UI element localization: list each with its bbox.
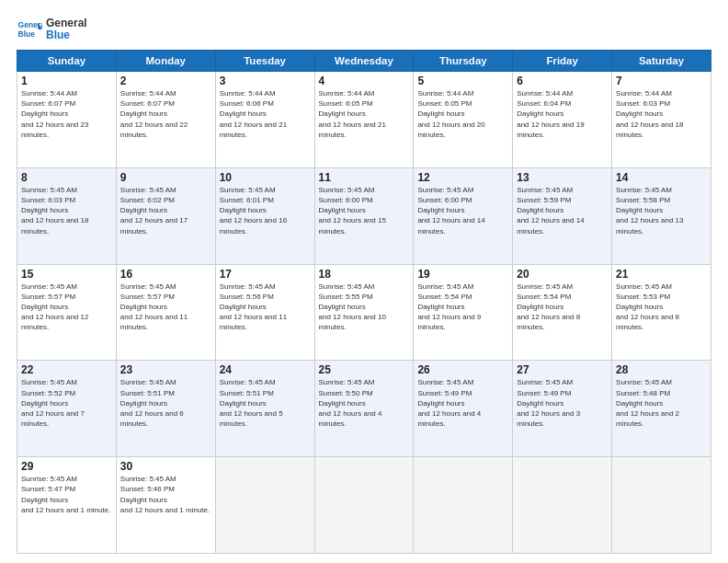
day-info: Sunrise: 5:45 AMSunset: 5:58 PMDaylight … (616, 185, 707, 236)
day-info: Sunrise: 5:45 AMSunset: 5:55 PMDaylight … (319, 282, 410, 333)
day-info: Sunrise: 5:45 AMSunset: 5:49 PMDaylight … (517, 377, 608, 429)
day-number: 18 (319, 268, 410, 281)
empty-cell (215, 457, 314, 554)
day-cell-27: 27 Sunrise: 5:45 AMSunset: 5:49 PMDaylig… (513, 361, 612, 457)
day-number: 7 (616, 75, 707, 87)
day-cell-17: 17 Sunrise: 5:45 AMSunset: 5:56 PMDaylig… (215, 264, 314, 361)
day-info: Sunrise: 5:45 AMSunset: 5:52 PMDaylight … (21, 377, 112, 429)
col-sunday: Sunday (17, 51, 117, 72)
day-cell-9: 9 Sunrise: 5:45 AMSunset: 6:02 PMDayligh… (116, 167, 215, 264)
day-info: Sunrise: 5:45 AMSunset: 6:01 PMDaylight … (220, 185, 311, 236)
logo: General Blue General Blue (17, 17, 87, 42)
week-row-2: 8 Sunrise: 5:45 AMSunset: 6:03 PMDayligh… (17, 167, 711, 264)
day-number: 27 (517, 363, 608, 376)
day-info: Sunrise: 5:44 AMSunset: 6:03 PMDaylight … (616, 88, 707, 140)
day-cell-20: 20 Sunrise: 5:45 AMSunset: 5:54 PMDaylig… (513, 264, 612, 361)
day-info: Sunrise: 5:44 AMSunset: 6:05 PMDaylight … (417, 88, 508, 140)
day-cell-10: 10 Sunrise: 5:45 AMSunset: 6:01 PMDaylig… (215, 167, 314, 264)
empty-cell (513, 457, 612, 554)
day-info: Sunrise: 5:45 AMSunset: 5:53 PMDaylight … (616, 282, 707, 333)
day-cell-12: 12 Sunrise: 5:45 AMSunset: 6:00 PMDaylig… (414, 167, 513, 264)
day-number: 16 (120, 268, 211, 281)
day-cell-13: 13 Sunrise: 5:45 AMSunset: 5:59 PMDaylig… (513, 167, 612, 264)
day-number: 10 (220, 171, 311, 184)
day-number: 5 (417, 75, 508, 87)
day-number: 9 (120, 171, 211, 184)
logo-icon: General Blue (17, 17, 42, 42)
day-cell-23: 23 Sunrise: 5:45 AMSunset: 5:51 PMDaylig… (116, 361, 215, 457)
day-number: 21 (616, 268, 707, 281)
day-number: 13 (517, 171, 608, 184)
col-wednesday: Wednesday (314, 51, 414, 72)
day-cell-29: 29 Sunrise: 5:45 AMSunset: 5:47 PMDaylig… (17, 457, 117, 554)
empty-cell (314, 457, 414, 554)
col-monday: Monday (116, 51, 215, 72)
day-info: Sunrise: 5:45 AMSunset: 6:00 PMDaylight … (417, 185, 508, 236)
day-cell-5: 5 Sunrise: 5:44 AMSunset: 6:05 PMDayligh… (414, 72, 513, 168)
calendar-table: Sunday Monday Tuesday Wednesday Thursday… (17, 50, 711, 554)
day-number: 17 (220, 268, 311, 281)
day-info: Sunrise: 5:45 AMSunset: 5:47 PMDaylight … (21, 474, 112, 515)
day-info: Sunrise: 5:44 AMSunset: 6:05 PMDaylight … (319, 88, 410, 140)
header: General Blue General Blue (17, 17, 711, 42)
day-number: 6 (517, 75, 608, 87)
day-number: 25 (319, 363, 410, 376)
day-info: Sunrise: 5:45 AMSunset: 6:00 PMDaylight … (319, 185, 410, 236)
day-cell-28: 28 Sunrise: 5:45 AMSunset: 5:48 PMDaylig… (612, 361, 711, 457)
day-cell-26: 26 Sunrise: 5:45 AMSunset: 5:49 PMDaylig… (414, 361, 513, 457)
day-info: Sunrise: 5:45 AMSunset: 5:51 PMDaylight … (120, 377, 211, 429)
day-number: 11 (319, 171, 410, 184)
day-cell-3: 3 Sunrise: 5:44 AMSunset: 6:06 PMDayligh… (215, 72, 314, 168)
day-cell-30: 30 Sunrise: 5:45 AMSunset: 5:46 PMDaylig… (116, 457, 215, 554)
day-info: Sunrise: 5:45 AMSunset: 5:59 PMDaylight … (517, 185, 608, 236)
day-cell-19: 19 Sunrise: 5:45 AMSunset: 5:54 PMDaylig… (414, 264, 513, 361)
empty-cell (612, 457, 711, 554)
day-cell-14: 14 Sunrise: 5:45 AMSunset: 5:58 PMDaylig… (612, 167, 711, 264)
week-row-4: 22 Sunrise: 5:45 AMSunset: 5:52 PMDaylig… (17, 361, 711, 457)
day-number: 19 (417, 268, 508, 281)
day-info: Sunrise: 5:45 AMSunset: 5:50 PMDaylight … (319, 377, 410, 429)
day-number: 4 (319, 75, 410, 87)
day-info: Sunrise: 5:44 AMSunset: 6:06 PMDaylight … (220, 88, 311, 140)
col-friday: Friday (513, 51, 612, 72)
empty-cell (414, 457, 513, 554)
day-number: 20 (517, 268, 608, 281)
col-saturday: Saturday (612, 51, 711, 72)
day-number: 3 (220, 75, 311, 87)
day-cell-7: 7 Sunrise: 5:44 AMSunset: 6:03 PMDayligh… (612, 72, 711, 168)
day-info: Sunrise: 5:45 AMSunset: 5:51 PMDaylight … (220, 377, 311, 429)
day-cell-11: 11 Sunrise: 5:45 AMSunset: 6:00 PMDaylig… (314, 167, 414, 264)
day-cell-24: 24 Sunrise: 5:45 AMSunset: 5:51 PMDaylig… (215, 361, 314, 457)
day-cell-8: 8 Sunrise: 5:45 AMSunset: 6:03 PMDayligh… (17, 167, 117, 264)
day-cell-1: 1 Sunrise: 5:44 AMSunset: 6:07 PMDayligh… (17, 72, 117, 168)
day-number: 26 (417, 363, 508, 376)
day-cell-21: 21 Sunrise: 5:45 AMSunset: 5:53 PMDaylig… (612, 264, 711, 361)
header-row: Sunday Monday Tuesday Wednesday Thursday… (17, 51, 711, 72)
day-cell-16: 16 Sunrise: 5:45 AMSunset: 5:57 PMDaylig… (116, 264, 215, 361)
day-cell-15: 15 Sunrise: 5:45 AMSunset: 5:57 PMDaylig… (17, 264, 117, 361)
week-row-3: 15 Sunrise: 5:45 AMSunset: 5:57 PMDaylig… (17, 264, 711, 361)
day-info: Sunrise: 5:44 AMSunset: 6:07 PMDaylight … (120, 88, 211, 140)
day-info: Sunrise: 5:45 AMSunset: 6:03 PMDaylight … (21, 185, 112, 236)
day-info: Sunrise: 5:45 AMSunset: 5:46 PMDaylight … (120, 474, 211, 515)
day-number: 15 (21, 268, 112, 281)
week-row-1: 1 Sunrise: 5:44 AMSunset: 6:07 PMDayligh… (17, 72, 711, 168)
day-cell-6: 6 Sunrise: 5:44 AMSunset: 6:04 PMDayligh… (513, 72, 612, 168)
svg-text:Blue: Blue (18, 29, 36, 39)
day-number: 14 (616, 171, 707, 184)
day-number: 12 (417, 171, 508, 184)
day-number: 1 (21, 75, 112, 87)
day-cell-18: 18 Sunrise: 5:45 AMSunset: 5:55 PMDaylig… (314, 264, 414, 361)
day-number: 23 (120, 363, 211, 376)
day-info: Sunrise: 5:45 AMSunset: 6:02 PMDaylight … (120, 185, 211, 236)
day-info: Sunrise: 5:45 AMSunset: 5:57 PMDaylight … (21, 282, 112, 333)
day-info: Sunrise: 5:44 AMSunset: 6:07 PMDaylight … (21, 88, 112, 140)
day-info: Sunrise: 5:44 AMSunset: 6:04 PMDaylight … (517, 88, 608, 140)
day-info: Sunrise: 5:45 AMSunset: 5:48 PMDaylight … (616, 377, 707, 429)
day-info: Sunrise: 5:45 AMSunset: 5:54 PMDaylight … (517, 282, 608, 333)
day-info: Sunrise: 5:45 AMSunset: 5:57 PMDaylight … (120, 282, 211, 333)
day-number: 28 (616, 363, 707, 376)
col-thursday: Thursday (414, 51, 513, 72)
day-info: Sunrise: 5:45 AMSunset: 5:49 PMDaylight … (417, 377, 508, 429)
day-number: 8 (21, 171, 112, 184)
